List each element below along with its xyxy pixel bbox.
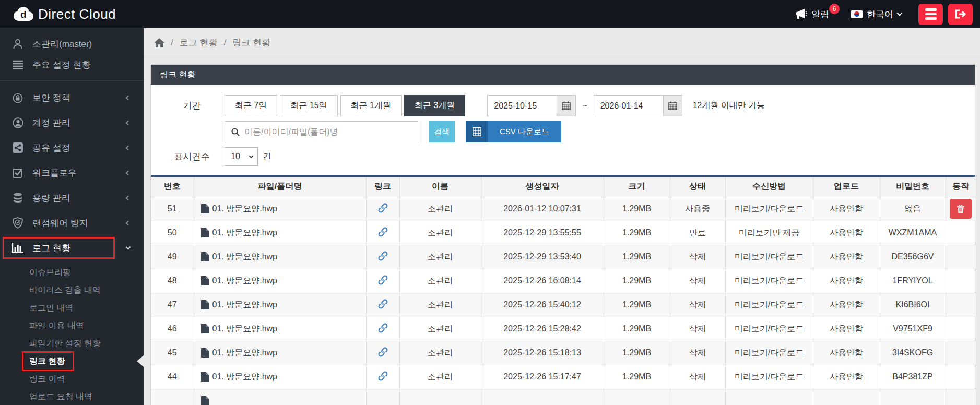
cell-file-name: 01. 방문요양.hwp bbox=[194, 245, 366, 269]
page-size-select[interactable]: 10 bbox=[225, 147, 258, 166]
language-label: 한국어 bbox=[867, 8, 893, 20]
file-icon bbox=[201, 348, 209, 358]
breadcrumb: / 로그 현황 / 링크 현황 bbox=[144, 28, 980, 57]
link-button[interactable] bbox=[378, 371, 388, 381]
menu-button[interactable] bbox=[918, 4, 943, 25]
file-icon bbox=[201, 300, 209, 309]
cell-number bbox=[151, 389, 194, 405]
link-icon bbox=[378, 275, 388, 285]
cell-size: 1.29MB bbox=[604, 221, 670, 245]
link-button[interactable] bbox=[378, 323, 388, 333]
date-from-calendar-button[interactable] bbox=[557, 96, 575, 116]
submenu-item-0[interactable]: 이슈브리핑 bbox=[0, 264, 144, 281]
trash-icon bbox=[957, 205, 964, 213]
sidebar-item-1[interactable]: 주요 설정 현황 bbox=[0, 54, 144, 75]
breadcrumb-link-status[interactable]: 링크 현황 bbox=[232, 37, 270, 49]
submenu-item-4[interactable]: 파일기한 설정 현황 bbox=[0, 335, 144, 352]
link-button[interactable] bbox=[378, 251, 388, 261]
search-input[interactable] bbox=[244, 127, 411, 137]
submenu-item-7[interactable]: 업로드 요청 내역 bbox=[0, 388, 144, 405]
date-from-input[interactable]: 2025-10-15 bbox=[488, 96, 557, 116]
cell-size: 1.29MB bbox=[604, 245, 670, 269]
cell-link bbox=[366, 341, 399, 365]
cell-status: 만료 bbox=[670, 221, 725, 245]
period-button-0[interactable]: 최근 7일 bbox=[225, 95, 277, 116]
sidebar-item-4[interactable]: 공유 설정 bbox=[0, 135, 144, 160]
submenu-item-3[interactable]: 파일 이용 내역 bbox=[0, 317, 144, 335]
submenu-item-1[interactable]: 바이러스 검출 내역 bbox=[0, 281, 144, 299]
cell-method: 미리보기/다운로드 bbox=[725, 341, 813, 365]
column-header: 파일/폴더명 bbox=[194, 177, 366, 197]
sidebar-item-8[interactable]: 로그 현황 bbox=[0, 235, 144, 260]
cell-upload: 사용안함 bbox=[813, 341, 880, 365]
check-square-icon bbox=[11, 168, 24, 178]
cell-file-name: 01. 방문요양.hwp bbox=[194, 197, 366, 221]
table-row: 4701. 방문요양.hwp소관리2025-12-26 15:40:121.29… bbox=[151, 293, 976, 317]
sidebar-item-label: 주요 설정 현황 bbox=[32, 59, 133, 71]
sidebar-item-label: 공유 설정 bbox=[32, 142, 118, 154]
home-icon[interactable] bbox=[154, 38, 164, 47]
sidebar-item-0[interactable]: 소관리(master) bbox=[0, 33, 144, 54]
link-button[interactable] bbox=[378, 275, 388, 285]
period-button-1[interactable]: 최근 15일 bbox=[280, 95, 337, 116]
date-to-input[interactable]: 2026-01-14 bbox=[594, 96, 663, 116]
file-icon bbox=[201, 204, 209, 213]
cell-upload: 사용안함 bbox=[813, 197, 880, 221]
period-button-2[interactable]: 최근 1개월 bbox=[340, 95, 402, 116]
search-box bbox=[225, 121, 418, 142]
table-grid-icon bbox=[466, 121, 488, 142]
sidebar-item-3[interactable]: 계정 관리 bbox=[0, 110, 144, 135]
cell-name: 소관리 bbox=[399, 341, 481, 365]
logout-button[interactable] bbox=[948, 4, 973, 25]
sidebar-item-label: 워크플로우 bbox=[32, 167, 118, 179]
sidebar-item-label: 랜섬웨어 방지 bbox=[32, 217, 118, 229]
cell-number: 45 bbox=[151, 341, 194, 365]
cell-status: 삭제 bbox=[670, 365, 725, 389]
date-range-hint: 12개월 이내만 가능 bbox=[693, 100, 765, 111]
cell-method: 미리보기/다운로드 bbox=[725, 293, 813, 317]
submenu-item-6[interactable]: 링크 이력 bbox=[0, 370, 144, 388]
table-body: 5101. 방문요양.hwp소관리2026-01-12 10:07:311.29… bbox=[151, 197, 976, 405]
active-page-pointer bbox=[137, 355, 144, 367]
user-icon bbox=[11, 39, 24, 49]
link-button[interactable] bbox=[378, 299, 388, 309]
cell-number: 49 bbox=[151, 245, 194, 269]
link-button[interactable] bbox=[378, 227, 388, 237]
cell-name: 소관리 bbox=[399, 269, 481, 293]
cell-size bbox=[604, 389, 670, 405]
calendar-icon bbox=[668, 101, 677, 110]
cell-file-name: 01. 방문요양.hwp bbox=[194, 365, 366, 389]
column-header: 번호 bbox=[151, 177, 194, 197]
period-button-3[interactable]: 최근 3개월 bbox=[404, 95, 465, 116]
column-header: 상태 bbox=[670, 177, 725, 197]
sidebar-item-5[interactable]: 워크플로우 bbox=[0, 160, 144, 185]
submenu-item-2[interactable]: 로그인 내역 bbox=[0, 299, 144, 317]
sidebar-item-2[interactable]: 보안 정책 bbox=[0, 85, 144, 110]
cell-name: 소관리 bbox=[399, 365, 481, 389]
search-button[interactable]: 검색 bbox=[429, 121, 455, 142]
csv-download-button[interactable]: CSV 다운로드 bbox=[466, 121, 561, 142]
link-button[interactable] bbox=[378, 203, 388, 213]
cell-name: 소관리 bbox=[399, 245, 481, 269]
sidebar-item-7[interactable]: 랜섬웨어 방지 bbox=[0, 210, 144, 235]
link-status-panel: 링크 현황 기간 최근 7일최근 15일최근 1개월최근 3개월 2025-10… bbox=[150, 64, 975, 405]
cell-created bbox=[481, 389, 604, 405]
cell-size: 1.29MB bbox=[604, 293, 670, 317]
cell-file-name: 01. 방문요양.hwp bbox=[194, 317, 366, 341]
cell-created: 2025-12-26 15:40:12 bbox=[481, 293, 604, 317]
search-icon bbox=[231, 128, 240, 136]
cell-password: DE356G6V bbox=[880, 245, 946, 269]
red-highlight-box bbox=[22, 351, 74, 371]
language-selector[interactable]: 한국어 bbox=[851, 8, 902, 20]
date-to-calendar-button[interactable] bbox=[663, 96, 682, 116]
cell-number: 51 bbox=[151, 197, 194, 221]
submenu-item-5[interactable]: 링크 현황 bbox=[0, 352, 144, 370]
breadcrumb-separator: / bbox=[171, 38, 173, 48]
sidebar-item-6[interactable]: 용량 관리 bbox=[0, 185, 144, 210]
cell-name bbox=[399, 389, 481, 405]
delete-button[interactable] bbox=[950, 199, 972, 219]
link-button[interactable] bbox=[378, 347, 388, 357]
notifications-button[interactable]: 알림 6 bbox=[795, 8, 829, 20]
breadcrumb-log-status[interactable]: 로그 현황 bbox=[180, 37, 218, 49]
date-to-group: 2026-01-14 bbox=[594, 95, 682, 116]
